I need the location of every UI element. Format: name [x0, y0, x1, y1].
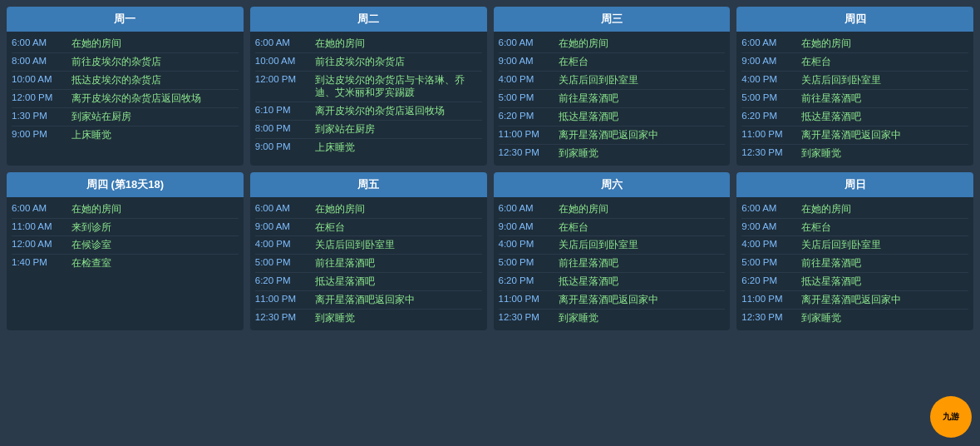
event-time: 6:00 AM	[499, 37, 559, 47]
event-time: 5:00 PM	[741, 92, 801, 102]
event-description: 在她的房间	[315, 203, 365, 216]
schedule-row: 4:00 PM关店后回到卧室里	[499, 72, 726, 90]
schedule-row: 6:00 AM在她的房间	[741, 201, 968, 219]
event-time: 5:00 PM	[741, 257, 801, 267]
event-description: 前往皮埃尔的杂货店	[315, 56, 405, 68]
schedule-card-monday: 周一6:00 AM在她的房间8:00 AM前往皮埃尔的杂货店10:00 AM抵达…	[7, 7, 244, 166]
card-body-saturday: 6:00 AM在她的房间9:00 AM在柜台4:00 PM关店后回到卧室里5:0…	[494, 197, 731, 331]
schedule-row: 9:00 AM在柜台	[499, 219, 726, 237]
schedule-card-wednesday: 周三6:00 AM在她的房间9:00 AM在柜台4:00 PM关店后回到卧室里5…	[494, 7, 731, 166]
card-header-thursday: 周四	[736, 7, 973, 32]
event-description: 到家睡觉	[315, 312, 355, 325]
event-description: 到家站在厨房	[315, 123, 375, 136]
schedule-row: 6:00 AM在她的房间	[255, 201, 482, 219]
schedule-row: 6:00 AM在她的房间	[741, 35, 968, 53]
schedule-row: 8:00 PM到家站在厨房	[255, 121, 482, 139]
event-description: 上床睡觉	[71, 129, 111, 141]
event-time: 9:00 AM	[499, 221, 559, 231]
schedule-row: 6:20 PM抵达星落酒吧	[255, 273, 482, 291]
card-body-friday: 6:00 AM在她的房间9:00 AM在柜台4:00 PM关店后回到卧室里5:0…	[250, 197, 487, 331]
event-time: 11:00 PM	[255, 294, 315, 304]
event-description: 在柜台	[801, 221, 831, 234]
event-time: 4:00 PM	[741, 239, 801, 249]
event-description: 上床睡觉	[315, 141, 355, 154]
event-time: 10:00 AM	[255, 56, 315, 66]
event-description: 抵达皮埃尔的杂货店	[71, 74, 161, 87]
event-description: 关店后回到卧室里	[559, 74, 638, 87]
event-time: 5:00 PM	[255, 257, 315, 267]
card-body-thursday-18: 6:00 AM在她的房间11:00 AM来到诊所12:00 AM在候诊室1:40…	[7, 197, 244, 276]
event-description: 前往星落酒吧	[801, 92, 861, 105]
event-description: 在她的房间	[315, 37, 365, 50]
card-body-thursday: 6:00 AM在她的房间9:00 AM在柜台4:00 PM关店后回到卧室里5:0…	[736, 32, 973, 166]
event-time: 4:00 PM	[741, 74, 801, 84]
event-time: 6:00 AM	[12, 203, 71, 213]
event-description: 到达皮埃尔的杂货店与卡洛琳、乔迪、艾米丽和罗宾踢踱	[315, 74, 482, 99]
event-description: 前往星落酒吧	[801, 257, 861, 270]
schedule-row: 5:00 PM前往星落酒吧	[741, 255, 968, 273]
event-description: 在她的房间	[559, 203, 608, 216]
event-description: 在候诊室	[71, 239, 111, 251]
schedule-card-thursday-18: 周四 (第18天18)6:00 AM在她的房间11:00 AM来到诊所12:00…	[7, 172, 244, 331]
event-time: 8:00 AM	[12, 56, 71, 66]
event-time: 1:30 PM	[12, 111, 71, 121]
event-description: 关店后回到卧室里	[801, 239, 881, 251]
schedule-row: 4:00 PM关店后回到卧室里	[741, 236, 968, 255]
schedule-row: 4:00 PM关店后回到卧室里	[499, 236, 726, 255]
event-time: 8:00 PM	[255, 123, 315, 133]
schedule-card-thursday: 周四6:00 AM在她的房间9:00 AM在柜台4:00 PM关店后回到卧室里5…	[736, 7, 973, 166]
event-time: 6:20 PM	[741, 111, 801, 121]
event-time: 4:00 PM	[255, 239, 315, 249]
card-header-monday: 周一	[7, 7, 244, 32]
event-description: 前往皮埃尔的杂货店	[71, 56, 161, 68]
event-description: 离开星落酒吧返回家中	[801, 129, 901, 141]
event-description: 在柜台	[559, 221, 588, 234]
event-time: 4:00 PM	[499, 239, 559, 249]
event-time: 11:00 PM	[499, 294, 559, 304]
event-description: 到家睡觉	[801, 147, 841, 160]
schedule-row: 4:00 PM关店后回到卧室里	[741, 72, 968, 90]
event-time: 4:00 PM	[499, 74, 559, 84]
event-description: 关店后回到卧室里	[801, 74, 881, 87]
event-description: 在柜台	[315, 221, 345, 234]
event-description: 在柜台	[559, 56, 588, 68]
event-time: 12:30 PM	[499, 147, 559, 157]
event-description: 到家站在厨房	[71, 111, 131, 123]
event-time: 11:00 PM	[741, 294, 801, 304]
schedule-row: 12:30 PM到家睡觉	[499, 310, 726, 327]
event-time: 9:00 AM	[741, 221, 801, 231]
schedule-row: 6:00 AM在她的房间	[12, 201, 239, 219]
event-time: 9:00 PM	[255, 141, 315, 151]
schedule-row: 11:00 PM离开星落酒吧返回家中	[499, 291, 726, 310]
schedule-row: 6:20 PM抵达星落酒吧	[741, 273, 968, 291]
schedule-row: 5:00 PM前往星落酒吧	[499, 255, 726, 273]
event-description: 在检查室	[71, 257, 111, 270]
event-time: 6:20 PM	[741, 275, 801, 285]
event-description: 离开星落酒吧返回家中	[801, 294, 901, 306]
card-body-tuesday: 6:00 AM在她的房间10:00 AM前往皮埃尔的杂货店12:00 PM到达皮…	[250, 32, 487, 160]
schedule-row: 6:20 PM抵达星落酒吧	[741, 108, 968, 126]
schedule-row: 6:20 PM抵达星落酒吧	[499, 273, 726, 291]
schedule-row: 6:00 AM在她的房间	[12, 35, 239, 53]
schedule-row: 10:00 AM抵达皮埃尔的杂货店	[12, 72, 239, 90]
event-description: 抵达星落酒吧	[559, 275, 618, 288]
event-description: 在她的房间	[801, 203, 851, 216]
event-time: 6:00 AM	[499, 203, 559, 213]
event-description: 在她的房间	[559, 37, 608, 50]
event-time: 5:00 PM	[499, 92, 559, 102]
event-time: 12:00 AM	[12, 239, 71, 249]
event-time: 10:00 AM	[12, 74, 71, 84]
schedule-row: 9:00 PM上床睡觉	[12, 126, 239, 144]
schedule-row: 10:00 AM前往皮埃尔的杂货店	[255, 53, 482, 72]
event-description: 在她的房间	[71, 37, 121, 50]
schedule-row: 12:00 AM在候诊室	[12, 236, 239, 255]
schedule-row: 6:10 PM离开皮埃尔的杂货店返回牧场	[255, 102, 482, 121]
schedule-row: 9:00 AM在柜台	[499, 53, 726, 72]
event-time: 12:30 PM	[499, 312, 559, 322]
event-description: 在她的房间	[801, 37, 851, 50]
event-description: 关店后回到卧室里	[315, 239, 395, 251]
event-time: 6:00 AM	[741, 37, 801, 47]
card-header-wednesday: 周三	[494, 7, 731, 32]
event-time: 6:00 AM	[255, 37, 315, 47]
card-header-thursday-18: 周四 (第18天18)	[7, 172, 244, 197]
